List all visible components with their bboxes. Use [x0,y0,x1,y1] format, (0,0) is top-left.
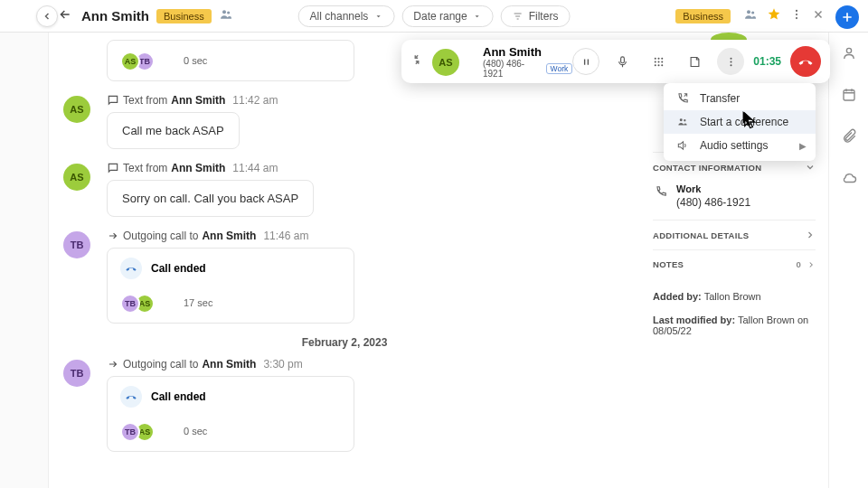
close-panel-icon[interactable] [812,8,825,24]
group-icon[interactable] [219,7,233,24]
back-arrow-icon[interactable] [58,7,72,25]
timeline-entry-text: AS Text from Ann Smith 11:42 am Call me … [63,94,626,149]
header-contact-name: Ann Smith [81,8,149,23]
rail-calendar-icon[interactable] [841,87,857,107]
avatar-as: AS [63,96,90,123]
more-menu-icon[interactable] [790,8,803,24]
dropdown-label: Start a conference [700,116,788,128]
conference-icon [676,116,689,128]
call-duration: 0 sec [184,426,207,436]
call-duration: 0 sec [184,55,207,66]
call-number: (480) 486-1921 [483,59,542,79]
left-gutter [0,33,49,488]
new-fab-button[interactable] [835,5,859,29]
header-tag-business: Business [156,9,212,23]
date-separator: February 2, 2023 [63,336,626,349]
svg-rect-9 [620,56,624,62]
entry-time: 11:42 am [232,94,278,107]
call-status: Call ended [151,262,206,275]
message-bubble: Sorry on call. Call you back ASAP [107,180,314,217]
svg-point-13 [655,61,656,62]
entry-name: Ann Smith [202,358,256,371]
svg-point-2 [747,10,750,14]
section-label: NOTES [653,259,684,269]
added-by-meta: Added by: Tallon Brown [653,291,816,302]
dialpad-button[interactable] [645,48,672,75]
star-icon[interactable] [767,7,781,25]
dropdown-transfer[interactable]: Transfer [664,87,816,110]
svg-point-10 [655,57,656,59]
chevron-right-icon [805,230,816,240]
top-right-controls: Business [675,7,825,25]
rail-cloud-icon[interactable] [841,170,857,190]
dropdown-audio-settings[interactable]: Audio settings ▶ [664,134,816,157]
svg-point-21 [730,64,731,66]
note-button[interactable] [681,48,708,75]
entry-header: Text from Ann Smith 11:44 am [107,162,626,174]
svg-point-3 [751,11,754,14]
filter-filters[interactable]: Filters [501,5,571,27]
entry-prefix: Text from [123,94,167,107]
call-more-button[interactable] [717,48,744,75]
svg-rect-8 [844,90,854,100]
dropdown-conference[interactable]: Start a conference [664,110,816,134]
meta-label: Last modified by: [653,314,735,325]
top-bar: Ann Smith Business All channels Date ran… [0,0,868,33]
submenu-arrow-icon: ▶ [799,141,807,151]
modified-by-meta: Last modified by: Tallon Brown on 08/05/… [653,314,816,336]
hold-button[interactable] [572,48,599,75]
svg-point-20 [730,61,731,62]
svg-point-11 [657,57,659,59]
rail-contact-icon[interactable] [841,45,857,65]
collapse-left-button[interactable] [36,5,58,27]
entry-name: Ann Smith [171,162,225,174]
meta-label: Added by: [653,291,702,302]
svg-point-6 [796,17,797,19]
svg-point-15 [661,61,663,62]
call-timer: 01:35 [753,55,781,68]
entry-name: Ann Smith [171,94,225,107]
filter-channels-label: All channels [310,10,369,23]
meta-value: Tallon Brown [704,291,761,302]
entry-header: Text from Ann Smith 11:42 am [107,94,626,107]
entry-name: Ann Smith [202,230,256,242]
phone-number[interactable]: (480) 486-1921 [676,196,750,209]
section-notes[interactable]: NOTES 0 [653,249,816,278]
avatar-as-small: AS [120,52,140,71]
mute-button[interactable] [609,48,636,75]
timeline-entry-call: TB Outgoing call to Ann Smith 3:30 pm Ca… [63,358,626,452]
hangup-button[interactable] [790,46,821,77]
filter-group: All channels Date range Filters [298,5,571,27]
phone-icon [655,185,667,198]
section-additional-details[interactable]: ADDITIONAL DETAILS [653,220,816,249]
filter-filters-label: Filters [529,10,559,23]
notes-count: 0 [797,259,802,269]
phone-label: Work [676,183,750,194]
entry-header: Outgoing call to Ann Smith 3:30 pm [107,358,626,371]
call-name: Ann Smith [483,45,572,59]
right-tag-business: Business [675,9,731,23]
message-bubble: Call me back ASAP [107,112,240,149]
right-rail [828,33,868,488]
right-group-icon[interactable] [743,7,758,24]
timeline-entry-text: AS Text from Ann Smith 11:44 am Sorry on… [63,162,626,217]
filter-daterange-label: Date range [413,10,467,23]
entry-prefix: Outgoing call to [123,358,198,371]
svg-point-18 [661,64,663,66]
svg-point-19 [730,57,731,59]
svg-point-7 [846,48,851,52]
active-call-bar: AS Ann Smith (480) 486-1921Work 01:35 [401,40,830,83]
svg-point-22 [680,118,683,121]
chevron-down-icon [805,162,816,173]
call-duration: 17 sec [184,297,212,308]
svg-point-4 [796,9,797,11]
rail-attach-icon[interactable] [841,128,857,148]
avatar-tb-small: TB [120,422,140,442]
svg-point-14 [657,61,659,62]
avatar-tb: TB [63,360,90,387]
call-number-label: Work [546,63,573,74]
filter-all-channels[interactable]: All channels [298,5,395,27]
minimize-call-icon[interactable] [410,53,423,70]
avatar-as: AS [63,164,90,191]
filter-date-range[interactable]: Date range [401,5,493,27]
